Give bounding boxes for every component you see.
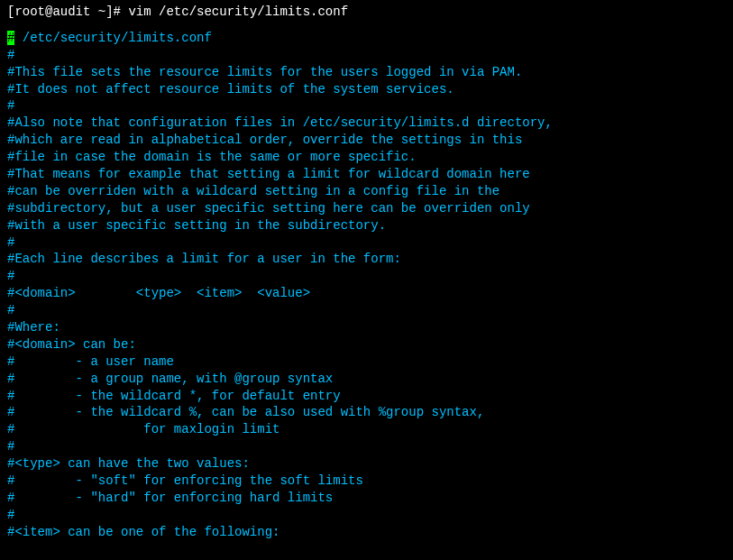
file-line: #This file sets the resource limits for … [7, 64, 726, 81]
file-line: # - the wildcard %, can be also used wit… [7, 404, 726, 421]
file-header-text: /etc/security/limits.conf [14, 31, 211, 45]
terminal[interactable]: [root@audit ~]# vim /etc/security/limits… [7, 4, 726, 541]
file-line: #with a user specific setting in the sub… [7, 217, 726, 234]
spacer [7, 21, 726, 30]
file-line: # [7, 268, 726, 285]
file-line: #subdirectory, but a user specific setti… [7, 200, 726, 217]
file-line: # for maxlogin limit [7, 421, 726, 438]
file-line: # [7, 507, 726, 524]
file-line-header: # /etc/security/limits.conf [7, 30, 726, 47]
file-line: #Where: [7, 319, 726, 336]
file-line: #<item> can be one of the following: [7, 524, 726, 541]
file-line: #<type> can have the two values: [7, 455, 726, 473]
file-line: # - "soft" for enforcing the soft limits [7, 473, 726, 490]
file-line: # - the wildcard *, for default entry [7, 388, 726, 405]
shell-prompt-line: [root@audit ~]# vim /etc/security/limits… [7, 4, 726, 21]
file-line: # [7, 234, 726, 252]
file-line: #Also note that configuration files in /… [7, 115, 726, 132]
file-line: # - a user name [7, 353, 726, 371]
file-line: # [7, 438, 726, 455]
file-line: # [7, 97, 726, 115]
file-line: #Each line describes a limit for a user … [7, 251, 726, 268]
editor-content[interactable]: # /etc/security/limits.conf # #This file… [7, 30, 726, 541]
file-line: # [7, 47, 726, 64]
file-line: #<domain> <type> <item> <value> [7, 285, 726, 302]
file-line: # - "hard" for enforcing hard limits [7, 490, 726, 507]
shell-prompt: [root@audit ~]# [7, 5, 128, 19]
file-line: #can be overriden with a wildcard settin… [7, 183, 726, 200]
file-line: #<domain> can be: [7, 336, 726, 353]
file-line: # - a group name, with @group syntax [7, 371, 726, 388]
file-line: #which are read in alphabetical order, o… [7, 132, 726, 149]
file-line: # [7, 302, 726, 319]
file-line: #file in case the domain is the same or … [7, 149, 726, 166]
shell-command: vim /etc/security/limits.conf [128, 5, 348, 19]
file-line: #That means for example that setting a l… [7, 166, 726, 183]
file-line: #It does not affect resource limits of t… [7, 81, 726, 98]
